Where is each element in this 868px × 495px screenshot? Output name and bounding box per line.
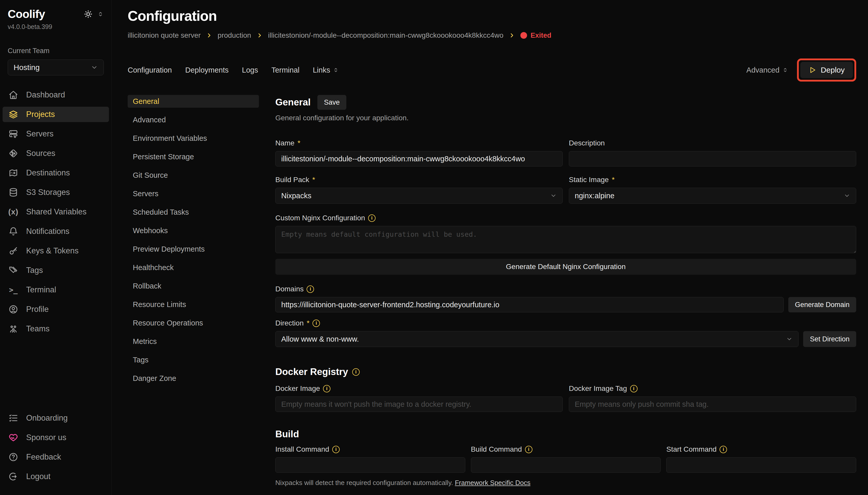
selector-icon xyxy=(333,67,339,73)
team-select-value: Hosting xyxy=(14,63,40,72)
theme-selector-icon[interactable] xyxy=(97,11,104,17)
submenu-item-webhooks[interactable]: Webhooks xyxy=(128,224,259,237)
sidebar-item-logout[interactable]: Logout xyxy=(3,469,109,484)
sidebar-item-label: Notifications xyxy=(26,227,69,236)
config-submenu: General Advanced Environment Variables P… xyxy=(128,95,259,495)
advanced-dropdown[interactable]: Advanced xyxy=(746,66,788,74)
save-button[interactable]: Save xyxy=(317,95,347,110)
submenu-item-git-source[interactable]: Git Source xyxy=(128,169,259,182)
build-pack-select[interactable]: Nixpacks xyxy=(275,188,563,204)
submenu-item-general[interactable]: General xyxy=(128,95,259,108)
static-image-value: nginx:alpine xyxy=(575,192,615,200)
sidebar-item-feedback[interactable]: Feedback xyxy=(3,449,109,465)
sidebar-nav: Dashboard Projects Servers Sources Desti… xyxy=(0,87,111,341)
info-icon: i xyxy=(630,385,638,392)
variables-icon: (x) xyxy=(8,207,18,217)
tab-links[interactable]: Links xyxy=(313,66,339,74)
generate-domain-button[interactable]: Generate Domain xyxy=(788,297,856,312)
submenu-item-resource-limits[interactable]: Resource Limits xyxy=(128,298,259,311)
sidebar-item-teams[interactable]: Teams xyxy=(3,321,109,337)
chevron-down-icon xyxy=(91,64,98,71)
tab-deployments[interactable]: Deployments xyxy=(185,66,229,74)
sidebar-item-s3-storages[interactable]: S3 Storages xyxy=(3,185,109,200)
submenu-item-rollback[interactable]: Rollback xyxy=(128,279,259,292)
submenu-item-healthcheck[interactable]: Healthcheck xyxy=(128,261,259,274)
sidebar-item-onboarding[interactable]: Onboarding xyxy=(3,410,109,426)
help-circle-icon xyxy=(8,452,18,462)
sidebar-item-projects[interactable]: Projects xyxy=(3,107,109,122)
submenu-item-tags[interactable]: Tags xyxy=(128,354,259,366)
generate-nginx-button[interactable]: Generate Default Nginx Configuration xyxy=(275,259,856,275)
map-icon xyxy=(8,168,18,178)
direction-select[interactable]: Allow www & non-www. xyxy=(275,331,799,347)
breadcrumb-environment[interactable]: production xyxy=(218,31,251,39)
submenu-item-danger-zone[interactable]: Danger Zone xyxy=(128,372,259,385)
description-input[interactable] xyxy=(569,151,856,167)
tab-terminal[interactable]: Terminal xyxy=(271,66,300,74)
info-icon: i xyxy=(306,286,314,293)
sidebar-item-label: Destinations xyxy=(26,168,70,177)
sidebar-item-keys-tokens[interactable]: Keys & Tokens xyxy=(3,243,109,258)
submenu-item-resource-operations[interactable]: Resource Operations xyxy=(128,317,259,329)
sidebar-item-notifications[interactable]: Notifications xyxy=(3,224,109,239)
set-direction-button[interactable]: Set Direction xyxy=(803,331,856,347)
play-icon xyxy=(809,66,816,74)
domains-input[interactable] xyxy=(275,297,784,312)
docker-image-tag-input[interactable] xyxy=(569,396,856,412)
sidebar-item-dashboard[interactable]: Dashboard xyxy=(3,87,109,103)
sidebar-item-label: Onboarding xyxy=(26,413,68,423)
deploy-button[interactable]: Deploy xyxy=(800,62,853,78)
framework-docs-link[interactable]: Framework Specific Docs xyxy=(455,479,530,487)
submenu-item-metrics[interactable]: Metrics xyxy=(128,335,259,348)
sidebar-item-terminal[interactable]: >_ Terminal xyxy=(3,282,109,297)
deploy-button-label: Deploy xyxy=(821,66,845,74)
app-version: v4.0.0-beta.399 xyxy=(0,23,111,31)
submenu-item-servers[interactable]: Servers xyxy=(128,187,259,200)
sidebar-item-label: Tags xyxy=(26,266,43,275)
theme-toggle-sun-icon[interactable] xyxy=(84,10,92,18)
sidebar-item-label: Logout xyxy=(26,472,51,481)
sidebar-item-shared-variables[interactable]: (x) Shared Variables xyxy=(3,204,109,220)
submenu-item-advanced[interactable]: Advanced xyxy=(128,113,259,126)
start-command-input[interactable] xyxy=(666,457,856,473)
info-icon: i xyxy=(352,368,360,376)
build-command-label: Build Command i xyxy=(471,445,661,454)
info-icon: i xyxy=(368,215,375,222)
app-logo[interactable]: Coolify xyxy=(8,8,45,20)
custom-nginx-textarea[interactable] xyxy=(275,226,856,253)
docker-image-input[interactable] xyxy=(275,396,563,412)
page-title: Configuration xyxy=(128,8,856,24)
description-label: Description xyxy=(569,139,856,147)
status-badge: Exited xyxy=(520,32,551,39)
name-label: Name* xyxy=(275,139,563,147)
submenu-item-environment-variables[interactable]: Environment Variables xyxy=(128,132,259,144)
chevron-right-icon xyxy=(206,32,213,39)
sidebar-item-destinations[interactable]: Destinations xyxy=(3,165,109,181)
sidebar-item-sources[interactable]: Sources xyxy=(3,146,109,161)
install-command-input[interactable] xyxy=(275,457,465,473)
deploy-annotation-box: Deploy xyxy=(797,58,856,82)
sidebar-item-label: S3 Storages xyxy=(26,188,70,197)
build-command-input[interactable] xyxy=(471,457,661,473)
custom-nginx-label: Custom Nginx Configuration i xyxy=(275,214,856,222)
chevron-down-icon xyxy=(844,192,850,199)
sidebar-item-servers[interactable]: Servers xyxy=(3,126,109,141)
logout-icon xyxy=(8,472,18,482)
chevron-right-icon xyxy=(509,32,515,39)
general-heading: General xyxy=(275,97,311,108)
name-input[interactable] xyxy=(275,151,563,167)
submenu-item-scheduled-tasks[interactable]: Scheduled Tasks xyxy=(128,206,259,219)
sidebar: Coolify v4.0.0-beta.399 Current Team Hos… xyxy=(0,0,112,495)
submenu-item-persistent-storage[interactable]: Persistent Storage xyxy=(128,150,259,163)
breadcrumb-application[interactable]: illicitestonion/-module--decomposition:m… xyxy=(268,31,503,39)
static-image-select[interactable]: nginx:alpine xyxy=(569,188,856,204)
breadcrumb-project[interactable]: illicitonion quote server xyxy=(128,31,201,39)
build-pack-label: Build Pack* xyxy=(275,176,563,184)
tab-configuration[interactable]: Configuration xyxy=(128,66,172,74)
sidebar-item-profile[interactable]: Profile xyxy=(3,302,109,317)
tab-logs[interactable]: Logs xyxy=(242,66,258,74)
team-select[interactable]: Hosting xyxy=(8,59,104,75)
sidebar-item-sponsor[interactable]: Sponsor us xyxy=(3,430,109,445)
submenu-item-preview-deployments[interactable]: Preview Deployments xyxy=(128,243,259,255)
sidebar-item-tags[interactable]: Tags xyxy=(3,263,109,278)
